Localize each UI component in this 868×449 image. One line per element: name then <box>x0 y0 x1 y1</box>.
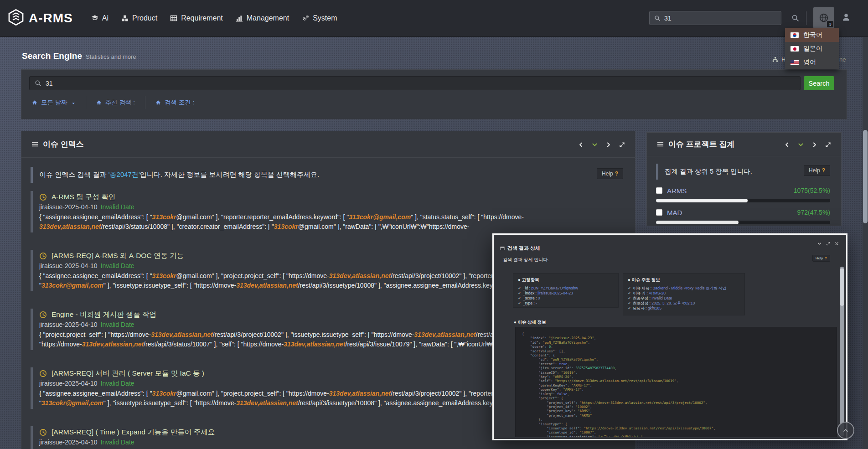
modal-controls <box>817 239 839 248</box>
modal-chevron-down-button[interactable] <box>817 239 822 248</box>
page-head: Search EngineStatistics and more <box>22 51 136 61</box>
invalid-date-label: Invalid Date <box>101 380 134 387</box>
hamburger-icon <box>31 141 38 148</box>
issue-json-preview: 313dev,atlassian,net/rest/api/3/status/1… <box>39 222 635 232</box>
modal-field: ✓최종수정 : Invalid Date <box>628 296 740 301</box>
fixed-fields-title: ● 고정항목 <box>518 277 614 283</box>
search-button[interactable]: Search <box>804 76 834 90</box>
language-count-badge: 3 <box>827 21 833 27</box>
app-logo[interactable]: A-RMS <box>7 9 73 28</box>
project-label[interactable]: ARMS <box>667 187 687 195</box>
search-filter-1[interactable]: 추천 검색 : <box>86 96 145 109</box>
brand-hexagon-icon <box>7 9 25 28</box>
user-icon[interactable] <box>842 13 851 22</box>
cubes-icon <box>121 15 129 22</box>
issue-title-link[interactable]: [ARMS-REQ] 서버 관리 ( Server 모듈 및 IaC 등 ) <box>52 369 204 378</box>
invalid-date-label: Invalid Date <box>101 439 134 446</box>
scroll-to-top-button[interactable] <box>837 422 854 439</box>
issue-title-link[interactable]: A-RMS 팀 구성 확인 <box>52 192 115 202</box>
aggregate-header: 이슈 프로젝트 집계 <box>647 133 841 156</box>
panel-control-chevron-right[interactable] <box>605 141 611 147</box>
main-menu: AiProductRequirementManagementSystem <box>91 14 337 22</box>
nav-item-management[interactable]: Management <box>236 14 289 22</box>
project-label[interactable]: MAD <box>667 209 682 217</box>
project-checkbox[interactable] <box>656 187 662 194</box>
modal-titlebar: 검색 결과 상세 <box>500 245 540 252</box>
panel-control-chevron-down[interactable] <box>798 141 804 147</box>
check-icon: ✓ <box>518 296 521 300</box>
modal-field: ✓이슈 제목 : Backend - Middle Proxy Redis 초기… <box>628 286 740 291</box>
search-filter-0[interactable]: 모든 날짜 <box>29 96 86 109</box>
panel-control-chevron-down[interactable] <box>592 141 598 147</box>
search-detail-modal: 검색 결과 상세 검색 결과 상세 입니다. Help? ● 고정항목 ✓_id… <box>492 233 847 440</box>
modal-field: ✓_id : puN_YZYBaKa7OYiqwshw <box>518 286 614 291</box>
flag-jp-icon <box>790 46 799 52</box>
panel-control-chevron-left[interactable] <box>784 141 790 147</box>
issue-title-link[interactable]: [ARMS-REQ] ( Time ) Expand 기능을 만들어 주세요 <box>52 428 215 437</box>
hamburger-icon <box>657 141 664 148</box>
result-count: '총2047건' <box>108 170 140 178</box>
navbar-divider <box>806 11 806 25</box>
panel-controls <box>578 141 625 147</box>
nav-item-product[interactable]: Product <box>121 14 157 22</box>
search-panel: Search 모든 날짜추천 검색 :검색 조건 : <box>21 69 847 119</box>
help-button[interactable]: Help? <box>597 168 623 179</box>
issue-detail-json: { "index": "jiraissue-2025-04-23", "id":… <box>515 327 837 437</box>
project-progress-fill <box>656 221 739 224</box>
navbar-search-input[interactable] <box>664 15 776 22</box>
issue-json-preview: { "assignee.assignee_emailAddress": [ "3… <box>39 212 635 222</box>
invalid-date-label: Invalid Date <box>101 321 134 328</box>
page-scrollbar-thumb[interactable] <box>863 130 868 223</box>
modal-expand-button[interactable] <box>826 239 830 248</box>
modal-scrollbar[interactable] <box>840 267 844 436</box>
navbar-search-box <box>649 11 781 25</box>
check-icon: ✓ <box>628 296 631 300</box>
check-icon: ✓ <box>628 301 631 305</box>
top-navbar: A-RMS AiProductRequirementManagementSyst… <box>0 0 868 36</box>
search-filters: 모든 날짜추천 검색 :검색 조건 : <box>29 96 204 109</box>
issue-summary-title: ● 이슈 주요 정보 <box>628 277 740 283</box>
lang-option-kr[interactable]: 한국어 <box>785 28 839 42</box>
language-dropdown: 한국어일본어영어 <box>785 28 839 69</box>
nav-item-requirement[interactable]: Requirement <box>170 14 223 22</box>
lang-option-us[interactable]: 영어 <box>785 56 839 69</box>
issue-title-link[interactable]: Engine - 비회원 게시판 샘플 작업 <box>52 310 156 320</box>
nav-item-system[interactable]: System <box>302 14 337 22</box>
issue-index-info: 이슈 인덱스 검색 결과 '총2047건'입니다. 자세한 정보를 보시려면 해… <box>31 167 623 183</box>
project-progress-fill <box>656 199 748 202</box>
modal-field: ✓최초생성 : 2025. 3. 28. 오후 4:02:10 <box>628 301 740 306</box>
modal-field: ✓담당자 : gkfn185 <box>628 306 740 311</box>
invalid-date-label: Invalid Date <box>101 262 134 269</box>
panel-control-chevron-right[interactable] <box>811 141 817 147</box>
home-icon <box>32 100 37 105</box>
clock-icon <box>39 193 47 201</box>
modal-close-button[interactable] <box>835 239 839 248</box>
panel-control-chevron-left[interactable] <box>578 141 584 147</box>
issue-title-link[interactable]: [ARMS-REQ] A-RMS 와 A-DOC 연동 기능 <box>52 251 184 261</box>
navbar-search-button[interactable] <box>791 14 799 22</box>
panel-control-expand[interactable] <box>825 141 831 147</box>
help-button[interactable]: Help? <box>812 255 830 262</box>
modal-scrollbar-thumb[interactable] <box>840 268 844 306</box>
page-scrollbar[interactable] <box>863 36 868 449</box>
issue-summary-panel: ● 이슈 주요 정보 ✓이슈 제목 : Backend - Middle Pro… <box>623 273 745 315</box>
bar-chart-icon <box>236 15 243 22</box>
page-title: Search Engine <box>22 51 82 61</box>
lang-option-jp[interactable]: 일본어 <box>785 42 839 56</box>
aggregate-info: 집계 결과 상위 5 항목 입니다. Help? <box>656 164 830 180</box>
project-aggregate-panel: 이슈 프로젝트 집계 집계 결과 상위 5 항목 입니다. Help? ARMS… <box>646 132 842 226</box>
check-icon: ✓ <box>518 291 521 295</box>
panel-controls <box>784 141 831 147</box>
search-input[interactable] <box>46 80 795 87</box>
panel-control-expand[interactable] <box>619 141 625 147</box>
issue-detail-title: ● 이슈 상세 정보 <box>514 320 546 325</box>
search-filter-2[interactable]: 검색 조건 : <box>145 96 204 109</box>
clock-icon <box>39 252 47 260</box>
help-button[interactable]: Help? <box>804 165 830 176</box>
project-checkbox[interactable] <box>656 209 662 216</box>
flag-us-icon <box>790 60 799 65</box>
nav-item-ai[interactable]: Ai <box>91 14 108 22</box>
gears-icon <box>302 15 309 22</box>
language-button[interactable]: 3 <box>813 7 834 28</box>
home-icon <box>155 100 161 105</box>
